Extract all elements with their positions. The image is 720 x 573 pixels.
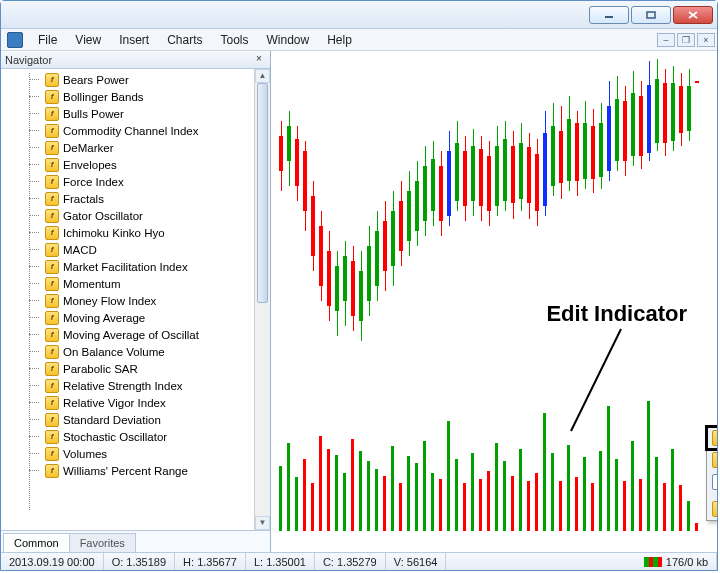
volume-bar [463,483,466,531]
mdi-restore-button[interactable]: ❐ [677,33,695,47]
indicator-item[interactable]: fMoney Flow Index [5,292,270,309]
indicator-context-menu: Volumes properties... Delete Indicator D… [706,426,717,521]
indicator-item[interactable]: fWilliams' Percent Range [5,462,270,479]
status-traffic: 176/0 kb [636,553,717,570]
volume-bar [295,477,298,531]
indicator-item[interactable]: fIchimoku Kinko Hyo [5,224,270,241]
mdi-close-button[interactable]: × [697,33,715,47]
volume-bar [367,461,370,531]
menu-file[interactable]: File [29,31,66,49]
menu-window[interactable]: Window [258,31,319,49]
indicator-icon: f [45,311,59,325]
indicator-item[interactable]: fMACD [5,241,270,258]
indicator-item[interactable]: fVolumes [5,445,270,462]
mdi-minimize-button[interactable]: – [657,33,675,47]
indicator-label: Relative Strength Index [63,380,183,392]
indicator-item[interactable]: fRelative Vigor Index [5,394,270,411]
volume-bar [335,455,338,531]
menu-item-properties[interactable]: Volumes properties... [707,427,717,449]
indicator-item[interactable]: fOn Balance Volume [5,343,270,360]
indicator-item[interactable]: fBulls Power [5,105,270,122]
scroll-up-button[interactable]: ▲ [255,69,270,83]
indicator-item[interactable]: fBears Power [5,71,270,88]
indicator-label: Gator Oscillator [63,210,143,222]
indicator-label: Market Facilitation Index [63,261,188,273]
menu-tools[interactable]: Tools [212,31,258,49]
navigator-scrollbar[interactable]: ▲ ▼ [254,69,270,530]
menu-item-delete-window[interactable]: Delete Indicator Window [707,471,717,493]
indicator-item[interactable]: fRelative Strength Index [5,377,270,394]
window-close-button[interactable] [673,6,713,24]
indicator-item[interactable]: fMoving Average of Oscillat [5,326,270,343]
delete-window-icon [712,474,717,490]
indicator-item[interactable]: fStochastic Oscillator [5,428,270,445]
volume-bar [679,485,682,531]
menu-bar: FileViewInsertChartsToolsWindowHelp – ❐ … [1,29,717,51]
volume-bar [327,449,330,531]
volume-bar [647,401,650,531]
scroll-thumb[interactable] [257,83,268,303]
indicator-item[interactable]: fParabolic SAR [5,360,270,377]
menu-view[interactable]: View [66,31,110,49]
indicator-item[interactable]: fStandard Deviation [5,411,270,428]
status-high: H: 1.35677 [175,553,246,570]
navigator-close-button[interactable]: × [252,53,266,67]
tab-favorites[interactable]: Favorites [69,533,136,552]
volume-bar [495,443,498,531]
volume-bar [623,481,626,531]
indicator-item[interactable]: fMarket Facilitation Index [5,258,270,275]
indicator-icon: f [45,396,59,410]
navigator-panel: Navigator × fBears PowerfBollinger Bands… [1,51,271,552]
indicator-icon: f [45,158,59,172]
volume-bar [511,476,514,531]
scroll-down-button[interactable]: ▼ [255,516,270,530]
menu-charts[interactable]: Charts [158,31,211,49]
volume-bar [663,483,666,531]
chart-area[interactable]: Edit Indicator Volumes properties... Del… [271,51,717,552]
tab-common[interactable]: Common [3,533,70,552]
menu-help[interactable]: Help [318,31,361,49]
navigator-tabs: Common Favorites [1,530,270,552]
navigator-header: Navigator × [1,51,270,69]
indicator-icon: f [45,345,59,359]
indicator-item[interactable]: fCommodity Channel Index [5,122,270,139]
indicator-item[interactable]: fEnvelopes [5,156,270,173]
volume-bar [695,523,698,531]
indicator-item[interactable]: fMomentum [5,275,270,292]
volume-pane[interactable] [271,381,717,531]
menu-insert[interactable]: Insert [110,31,158,49]
indicator-item[interactable]: fForce Index [5,173,270,190]
window-titlebar [1,1,717,29]
volume-bar [631,441,634,531]
menu-item-delete-indicator[interactable]: Delete Indicator [707,449,717,471]
volume-bar [559,481,562,531]
indicator-icon: f [45,226,59,240]
volume-bar [447,421,450,531]
window-minimize-button[interactable] [589,6,629,24]
volume-bar [391,446,394,531]
volume-bar [543,413,546,531]
indicator-item[interactable]: fFractals [5,190,270,207]
indicator-label: Williams' Percent Range [63,465,188,477]
indicator-item[interactable]: fMoving Average [5,309,270,326]
indicator-icon: f [45,277,59,291]
volume-bar [607,406,610,531]
volume-bar [287,443,290,531]
indicator-icon: f [45,379,59,393]
menu-item-indicators-list[interactable]: Indicators List Ctrl+I [707,498,717,520]
status-datetime: 2013.09.19 00:00 [1,553,104,570]
indicator-item[interactable]: fBollinger Bands [5,88,270,105]
indicator-item[interactable]: fDeMarker [5,139,270,156]
navigator-tree[interactable]: fBears PowerfBollinger BandsfBulls Power… [1,69,270,530]
indicator-icon: f [45,464,59,478]
indicator-label: MACD [63,244,97,256]
indicator-item[interactable]: fGator Oscillator [5,207,270,224]
mdi-controls: – ❐ × [655,33,715,47]
indicator-label: Bulls Power [63,108,124,120]
indicator-label: Standard Deviation [63,414,161,426]
volume-bar [311,483,314,531]
volume-bar [639,479,642,531]
indicator-label: DeMarker [63,142,113,154]
volume-bar [415,463,418,531]
window-maximize-button[interactable] [631,6,671,24]
